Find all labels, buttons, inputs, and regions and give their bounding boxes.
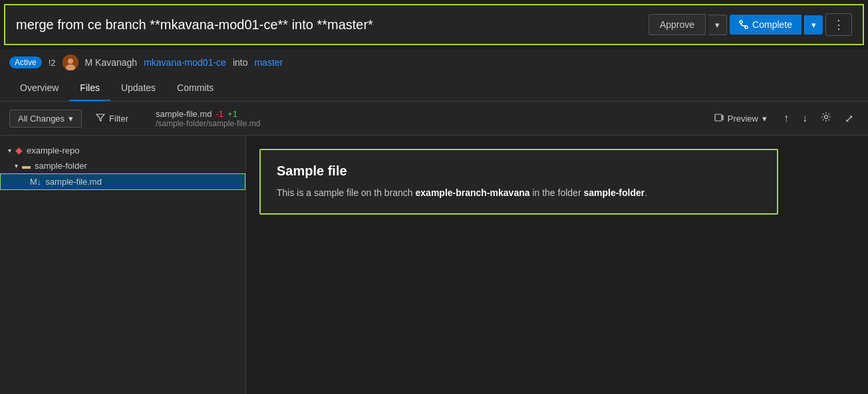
chevron-down-icon-2: ▾ [811, 20, 816, 30]
avatar-image [63, 54, 78, 70]
pr-header: merge from ce branch **mkavana-mod01-ce*… [4, 4, 864, 45]
user-name: M Kavanagh [85, 57, 138, 68]
tab-updates[interactable]: Updates [110, 76, 166, 101]
content-text-end: . [645, 187, 647, 198]
toolbar-right: Preview ▾ ↑ ↓ ⤢ [706, 108, 859, 128]
file-preview-area: Sample file This is a sample file on th … [246, 136, 868, 394]
header-actions: Approve ▾ Complete ▾ ⋮ [649, 13, 852, 36]
scroll-down-button[interactable]: ↓ [797, 109, 813, 128]
repo-name: example-repo [27, 146, 80, 155]
content-folder-name: sample-folder [583, 187, 645, 198]
svg-point-3 [68, 58, 73, 64]
svg-point-6 [825, 116, 828, 119]
tab-overview[interactable]: Overview [9, 76, 69, 101]
merge-icon [739, 20, 748, 29]
content-preview-box: Sample file This is a sample file on th … [259, 149, 778, 215]
diff-plus: +1 [227, 109, 237, 119]
tree-item-file[interactable]: M↓ sample-file.md [0, 173, 245, 190]
files-toolbar: All Changes ▾ Filter sample-file.md -1 +… [0, 102, 868, 136]
file-path: /sample-folder/sample-file.md [156, 119, 260, 128]
expand-button[interactable]: ⤢ [839, 109, 859, 128]
pr-subheader: Active !2 M Kavanagh mkavana-mod01-ce in… [0, 49, 868, 76]
all-changes-button[interactable]: All Changes ▾ [9, 110, 82, 128]
comments-badge: !2 [49, 58, 56, 68]
content-title: Sample file [277, 163, 761, 179]
chevron-down-icon-4: ▾ [762, 114, 767, 124]
chevron-icon-folder: ▾ [15, 162, 18, 169]
approve-dropdown-button[interactable]: ▾ [708, 15, 727, 35]
folder-icon: ▬ [22, 161, 31, 171]
repo-icon: ◆ [15, 145, 23, 155]
file-info: sample-file.md -1 +1 /sample-folder/samp… [156, 109, 260, 128]
chevron-down-icon: ▾ [715, 20, 720, 30]
main-content: ▾ ◆ example-repo ▾ ▬ sample-folder M↓ sa… [0, 136, 868, 394]
settings-icon [821, 112, 831, 122]
complete-button[interactable]: Complete [730, 15, 801, 35]
tree-file-name: sample-file.md [45, 177, 102, 187]
file-tree-sidebar: ▾ ◆ example-repo ▾ ▬ sample-folder M↓ sa… [0, 136, 246, 394]
approve-button[interactable]: Approve [649, 14, 706, 35]
tab-bar: Overview Files Updates Commits [0, 76, 868, 102]
tree-item-folder[interactable]: ▾ ▬ sample-folder [0, 158, 245, 173]
svg-rect-5 [715, 114, 722, 121]
folder-name: sample-folder [35, 161, 87, 171]
content-branch-name: example-branch-mkavana [416, 187, 530, 198]
filter-button[interactable]: Filter [87, 109, 137, 128]
svg-point-0 [740, 21, 742, 23]
complete-dropdown-button[interactable]: ▾ [804, 15, 823, 35]
avatar [63, 54, 78, 70]
preview-icon [714, 113, 724, 124]
content-text-2: in the folder [530, 187, 584, 198]
more-options-button[interactable]: ⋮ [825, 13, 852, 36]
chevron-icon-repo: ▾ [8, 147, 11, 154]
branch-from-link[interactable]: mkavana-mod01-ce [144, 57, 226, 68]
scroll-up-button[interactable]: ↑ [778, 109, 794, 128]
filter-icon [96, 113, 105, 124]
filter-label: Filter [109, 114, 128, 124]
tab-files[interactable]: Files [69, 76, 110, 101]
active-badge: Active [9, 56, 42, 68]
chevron-down-icon-3: ▾ [69, 114, 73, 124]
all-changes-label: All Changes [18, 114, 65, 124]
preview-label: Preview [728, 114, 758, 124]
diff-minus: -1 [216, 109, 224, 119]
tree-item-repo[interactable]: ▾ ◆ example-repo [0, 142, 245, 158]
tab-commits[interactable]: Commits [166, 76, 224, 101]
file-status-icon: M↓ [30, 177, 41, 187]
toolbar-file-name: sample-file.md [156, 109, 212, 119]
content-body: This is a sample file on th branch examp… [277, 185, 761, 200]
settings-button[interactable] [815, 108, 837, 128]
complete-label: Complete [752, 19, 792, 30]
pr-title: merge from ce branch **mkavana-mod01-ce*… [16, 17, 373, 33]
preview-button[interactable]: Preview ▾ [706, 109, 776, 128]
content-text-1: This is a sample file on th branch [277, 187, 416, 198]
branch-into-link[interactable]: master [254, 57, 283, 68]
branch-separator: into [233, 57, 248, 68]
